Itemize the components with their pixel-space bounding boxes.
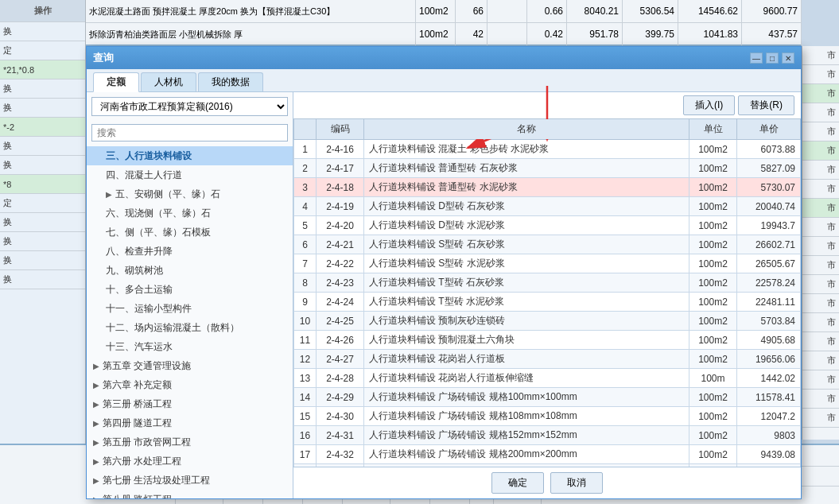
ls-row2-label: 定: [0, 41, 85, 60]
replace-button[interactable]: 替换(R): [738, 95, 794, 115]
table-row[interactable]: 14 2-4-29 人行道块料铺设 广场砖铺设 规格100mm×100mm 10…: [294, 388, 801, 407]
bg-r2-v6: 437.57: [742, 23, 802, 45]
dialog-tabs: 定额 人材机 我的数据: [87, 69, 801, 92]
tree-item-vol7[interactable]: ▶ 第七册 生活垃圾处理工程: [87, 471, 293, 490]
table-row[interactable]: 2 2-4-17 人行道块料铺设 普通型砖 石灰砂浆 100m2 5827.09: [294, 159, 801, 178]
tree-label-ch6: 第六章 补充定额: [103, 378, 172, 392]
row-price-0: 6073.88: [737, 140, 801, 159]
row-code-7: 2-4-23: [317, 273, 364, 293]
row-unit-4: 100m2: [689, 216, 737, 235]
cancel-button[interactable]: 取消: [550, 472, 603, 494]
tree-item-vol3[interactable]: ▶ 第三册 桥涵工程: [87, 394, 293, 413]
table-row[interactable]: 4 2-4-19 人行道块料铺设 D型砖 石灰砂浆 100m2 20040.74: [294, 197, 801, 216]
table-row[interactable]: 5 2-4-20 人行道块料铺设 D型砖 水泥砂浆 100m2 19943.7: [294, 216, 801, 235]
insert-button[interactable]: 插入(I): [683, 95, 735, 115]
tree-arrow-ch5: ▶: [93, 360, 99, 372]
tree-item-water-transport[interactable]: 十三、汽车运水: [87, 337, 293, 356]
dialog-body: 河南省市政工程预算定额(2016) 三、人行道块料铺设 四、混凝土人行道 ▶ 五…: [87, 92, 801, 498]
close-button[interactable]: ✕: [782, 52, 794, 64]
row-price-3: 20040.74: [737, 197, 801, 216]
row-name-11: 人行道块料铺设 花岗岩人行道板: [364, 350, 689, 369]
tree-item-concrete-transport[interactable]: 十二、场内运输混凝土（散料）: [87, 318, 293, 337]
quota-dropdown[interactable]: 河南省市政工程预算定额(2016): [91, 97, 288, 116]
ls-row12-label: 换: [0, 232, 85, 251]
restore-button[interactable]: □: [766, 52, 779, 64]
row-price-16: 9439.08: [737, 445, 801, 464]
col-name-header: 名称: [364, 119, 689, 140]
data-table: 编码 名称 单位 单价 1 2-4-16 人行道块料铺设 混凝土 彩色步砖 水泥…: [293, 118, 801, 467]
row-code-6: 2-4-22: [317, 254, 364, 273]
tree-label-v5: 第五册 市政管网工程: [103, 435, 191, 449]
table-row[interactable]: 6 2-4-21 人行道块料铺设 S型砖 石灰砂浆 100m2 26602.71: [294, 235, 801, 254]
row-unit-9: 100m2: [689, 312, 737, 331]
row-name-12: 人行道块料铺设 花岗岩人行道板伸缩缝: [364, 369, 689, 388]
table-row[interactable]: 9 2-4-24 人行道块料铺设 T型砖 水泥砂浆 100m2 22481.11: [294, 293, 801, 312]
row-code-11: 2-4-27: [317, 350, 364, 369]
tree-item-curb-template[interactable]: 七、侧（平、缘）石模板: [87, 223, 293, 242]
tree-item-manhole[interactable]: 八、检查井升降: [87, 242, 293, 261]
tree-arrow-v5: ▶: [93, 436, 99, 448]
row-price-13: 11578.41: [737, 388, 801, 407]
tree-item-chapter6[interactable]: ▶ 第六章 补充定额: [87, 375, 293, 394]
right-side-col: 市 市 市 市 市 市 市 市 市 市 市 市 市 市 市 市 市 市 市 市: [802, 46, 839, 440]
row-num-0: 1: [294, 140, 317, 159]
tree-item-small-transport[interactable]: 十一、运输小型构件: [87, 299, 293, 318]
bg-r1-v2: 0.66: [527, 0, 567, 22]
bg-r1-q: 66: [456, 0, 487, 22]
table-row[interactable]: 8 2-4-23 人行道块料铺设 T型砖 石灰砂浆 100m2 22578.24: [294, 273, 801, 293]
tree-arrow-v6: ▶: [93, 456, 99, 467]
row-price-2: 5730.07: [737, 178, 801, 197]
tree-item-vol8[interactable]: ▶ 第八册 路灯工程: [87, 490, 293, 498]
table-row[interactable]: 12 2-4-27 人行道块料铺设 花岗岩人行道板 100m2 19656.06: [294, 350, 801, 369]
minimize-button[interactable]: —: [750, 52, 763, 64]
col-code-header: 编码: [317, 119, 364, 140]
ls-row14-label: 换: [0, 270, 85, 289]
bg-r2-unit: 100m2: [416, 23, 456, 45]
tab-materials[interactable]: 人材机: [141, 72, 196, 91]
ls-cell: 操作: [0, 0, 85, 22]
table-container[interactable]: 编码 名称 单位 单价 1 2-4-16 人行道块料铺设 混凝土 彩色步砖 水泥…: [293, 118, 801, 467]
confirm-button[interactable]: 确定: [491, 472, 544, 494]
table-row[interactable]: 11 2-4-26 人行道块料铺设 预制混凝土六角块 100m2 4905.68: [294, 331, 801, 350]
table-row[interactable]: 15 2-4-30 人行道块料铺设 广场砖铺设 规格108mm×108mm 10…: [294, 407, 801, 426]
row-price-7: 22578.24: [737, 273, 801, 293]
tree-item-sidestone1[interactable]: ▶ 五、安砌侧（平、缘）石: [87, 184, 293, 204]
table-row[interactable]: 16 2-4-31 人行道块料铺设 广场砖铺设 规格152mm×152mm 10…: [294, 426, 801, 445]
table-row[interactable]: 1 2-4-16 人行道块料铺设 混凝土 彩色步砖 水泥砂浆 100m2 607…: [294, 140, 801, 159]
left-strip: 操作 换 定 *21,*0.8 换 换 *-2 换 换 *8 定 换 换 换 换: [0, 0, 86, 504]
tree-item-mixed-transport[interactable]: 十、多合土运输: [87, 280, 293, 299]
table-row[interactable]: 13 2-4-28 人行道块料铺设 花岗岩人行道板伸缩缝 100m 1442.0…: [294, 369, 801, 388]
search-input[interactable]: [91, 124, 288, 142]
row-unit-5: 100m2: [689, 235, 737, 254]
ls-row11-label: 换: [0, 213, 85, 232]
row-code-16: 2-4-32: [317, 445, 364, 464]
row-num-5: 6: [294, 235, 317, 254]
tab-my-data[interactable]: 我的数据: [198, 72, 263, 91]
row-name-0: 人行道块料铺设 混凝土 彩色步砖 水泥砂浆: [364, 140, 689, 159]
table-row[interactable]: 7 2-4-22 人行道块料铺设 S型砖 水泥砂浆 100m2 26505.67: [294, 254, 801, 273]
row-name-14: 人行道块料铺设 广场砖铺设 规格108mm×108mm: [364, 407, 689, 426]
row-num-16: 17: [294, 445, 317, 464]
table-row[interactable]: 17 2-4-32 人行道块料铺设 广场砖铺设 规格200mm×200mm 10…: [294, 445, 801, 464]
row-unit-14: 100m2: [689, 407, 737, 426]
row-unit-8: 100m2: [689, 293, 737, 312]
table-row[interactable]: 3 2-4-18 人行道块料铺设 普通型砖 水泥砂浆 100m2 5730.07: [294, 178, 801, 197]
row-unit-13: 100m2: [689, 388, 737, 407]
row-code-0: 2-4-16: [317, 140, 364, 159]
tree-item-chapter5[interactable]: ▶ 第五章 交通管理设施: [87, 356, 293, 375]
row-unit-16: 100m2: [689, 445, 737, 464]
tree-item-tree-pool[interactable]: 九、砌筑树池: [87, 261, 293, 280]
tree-item-vol5[interactable]: ▶ 第五册 市政管网工程: [87, 432, 293, 452]
tree-item-vol6[interactable]: ▶ 第六册 水处理工程: [87, 452, 293, 471]
tree-item-vol4[interactable]: ▶ 第四册 隧道工程: [87, 413, 293, 432]
row-code-4: 2-4-20: [317, 216, 364, 235]
tab-quota[interactable]: 定额: [93, 72, 139, 92]
bg-r1-v4: 5306.54: [623, 0, 678, 22]
tree-item-cast-curb[interactable]: 六、现浇侧（平、缘）石: [87, 204, 293, 223]
tree-item-pedestrian[interactable]: 三、人行道块料铺设: [87, 146, 293, 165]
table-row[interactable]: 10 2-4-25 人行道块料铺设 预制灰砂连锁砖 100m2 5703.84: [294, 312, 801, 331]
row-unit-12: 100m: [689, 369, 737, 388]
row-name-5: 人行道块料铺设 S型砖 石灰砂浆: [364, 235, 689, 254]
tree-arrow-v4: ▶: [93, 417, 99, 429]
tree-item-concrete[interactable]: 四、混凝土人行道: [87, 165, 293, 184]
